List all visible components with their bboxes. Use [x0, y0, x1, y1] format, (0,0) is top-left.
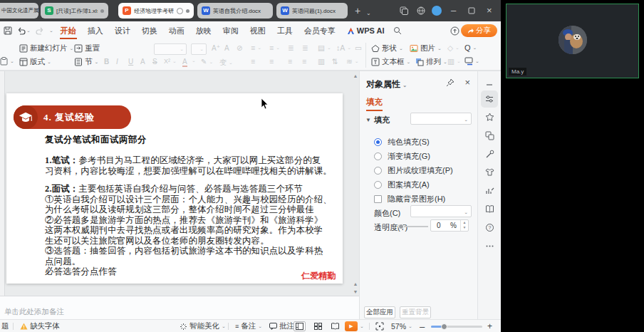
tab-home[interactable]: 开始 [55, 22, 82, 40]
tab-doc-5[interactable]: W 英语问题(1).docx [276, 3, 348, 19]
clear-format-icon[interactable]: ⊘ [237, 44, 242, 52]
fill-tab[interactable]: 填充 [366, 97, 383, 111]
align-justify-icon[interactable]: ≡ [302, 57, 306, 66]
tab-list-chevron-icon[interactable]: ⌄ [366, 8, 371, 19]
radio-solid-fill[interactable]: 纯色填充(S) [374, 137, 430, 147]
missing-font-warning[interactable]: 缺失字体 [20, 320, 60, 332]
tab-insert[interactable]: 插入 [82, 22, 109, 40]
radio-pattern-fill[interactable]: 图案填充(A) [374, 180, 430, 190]
tab-tools[interactable]: 工具 [271, 22, 298, 40]
notes-area[interactable]: 单击此处添加备注 [0, 296, 359, 319]
strikethrough-button[interactable]: S [152, 58, 157, 66]
shapes-rail-icon[interactable] [481, 127, 498, 144]
user-avatar[interactable] [432, 6, 442, 16]
font-size-select[interactable]: ⌄ [191, 43, 207, 55]
zoom-in-button[interactable]: + [487, 320, 492, 332]
opacity-spinner[interactable]: ▲▼ [460, 220, 468, 231]
char-shadow-button[interactable]: A [140, 58, 145, 66]
scroll-down-icon[interactable]: ▲ [352, 281, 359, 286]
globe-icon[interactable] [417, 6, 425, 15]
save-icon[interactable] [4, 26, 12, 35]
tab-doc-3-active[interactable]: P 经济地理学考研经验分享 [118, 3, 194, 19]
highlight-button[interactable]: ✎⌄ [201, 58, 213, 66]
checkbox-hide-background[interactable]: 隐藏背景图形(H) [374, 194, 445, 204]
picture-button[interactable]: 图片⌄ [410, 43, 442, 53]
arrange-button[interactable]: 排列⌄ [415, 57, 447, 67]
video-call-panel[interactable]: Ma.y [506, 4, 639, 78]
shrink-font-button[interactable]: A [224, 44, 229, 52]
numbering-button[interactable]: ≡⌄ [269, 43, 280, 52]
tab-doc-2[interactable]: S [只读]工作簿1.xlsx [41, 3, 108, 19]
bullets-button[interactable]: ≡⌄ [251, 43, 261, 52]
text-frame-icon[interactable]: ▭ [355, 43, 362, 52]
section-button[interactable]: 节⌄ [74, 57, 98, 67]
fill-color-button[interactable]: ◇⌄ [447, 43, 459, 52]
fill-style-select[interactable]: ⌄ [410, 113, 472, 125]
star-rail-icon[interactable] [481, 108, 498, 125]
apply-all-button[interactable]: 全部应用 [364, 306, 395, 318]
superscript-button[interactable]: X²⌄ [164, 58, 177, 65]
find-button[interactable]: Q⌄ [464, 43, 477, 52]
font-color-button[interactable]: A [182, 58, 187, 67]
paste-button[interactable]: ⌄ [0, 57, 14, 66]
redo-button[interactable] [36, 27, 44, 35]
maximize-button[interactable] [468, 7, 475, 14]
color-select[interactable]: ⌄ [410, 205, 472, 217]
slide[interactable]: 4. 复试经验 复试分笔试和面试两部分 1.笔试：参考书目为马工程的区域经济学，… [6, 93, 343, 284]
layout-switch-icon[interactable] [400, 6, 408, 15]
tab-transition[interactable]: 切换 [136, 22, 163, 40]
new-tab-button[interactable]: + [355, 5, 360, 16]
textbox-button[interactable]: 文本框⌄ [371, 57, 410, 67]
chart-rail-icon[interactable] [481, 182, 498, 199]
select-pane-button[interactable]: ⌄ [464, 57, 479, 66]
smart-beautify-button[interactable]: 智能美化⌄ [180, 320, 226, 332]
tab-doc-4[interactable]: W 英语自我介绍.docx [197, 3, 273, 19]
zoom-out-button[interactable]: – [420, 320, 425, 332]
opacity-input[interactable]: 0 % ▲▼ [430, 219, 469, 232]
slide-sorter-view-button[interactable] [312, 321, 324, 331]
scroll-down2-icon[interactable]: ▼ [352, 289, 359, 294]
normal-view-button[interactable] [294, 321, 306, 331]
more-rail-icon[interactable] [481, 237, 498, 254]
align-left-icon[interactable]: ≡ [251, 57, 255, 66]
align-right-icon[interactable]: ≡ [288, 57, 292, 66]
tab-wps-ai[interactable]: WPS AI [341, 26, 390, 35]
tab-doc-1[interactable]: 中国文化遗产展览策划3 [0, 3, 38, 19]
help-rail-icon[interactable]: ? [481, 219, 498, 236]
line-spacing-button[interactable]: ↕A⌄ [336, 43, 351, 52]
scroll-up-icon[interactable]: ▲ [352, 73, 359, 78]
minimize-button[interactable]: – [451, 5, 456, 16]
share-button[interactable]: 分享 [461, 24, 497, 37]
book-rail-icon[interactable] [481, 200, 498, 217]
tab-animation[interactable]: 动画 [163, 22, 190, 40]
font-color-chevron-icon[interactable]: ⌄ [192, 58, 196, 63]
slide-body[interactable]: 1.笔试：参考书目为马工程的区域经济学，大家可以网上买这部分的复 习资料，内容比… [45, 155, 343, 277]
align-center-icon[interactable]: ≡ [269, 57, 274, 66]
zoom-slider-knob[interactable] [441, 323, 447, 330]
shapes-button[interactable]: 形状⌄ [371, 43, 403, 53]
reset-button[interactable]: 重置 [74, 43, 100, 53]
notes-toggle-button[interactable]: ≡备注⌄ [235, 320, 262, 332]
canvas-vertical-scrollbar[interactable]: ▲ ▲ ▼ [352, 71, 359, 296]
opacity-slider-knob[interactable] [398, 224, 404, 229]
section-collapse-icon[interactable]: ▼ [365, 117, 371, 123]
zoom-level[interactable]: 57%⌄ [391, 320, 412, 332]
panel-close-icon[interactable]: × [464, 77, 470, 88]
slideshow-play-button[interactable]: ▶ [345, 321, 358, 331]
indent-decrease-icon[interactable]: ≣ [288, 43, 294, 52]
tab-view[interactable]: 视图 [244, 22, 271, 40]
undo-button[interactable]: ⌄ [17, 27, 31, 35]
tab-membership[interactable]: 会员专享 [298, 22, 341, 40]
align-top-icon[interactable]: ⇅ [332, 57, 338, 66]
slide-size-button[interactable]: ▥⌄ [447, 57, 461, 66]
skin-rail-icon[interactable] [481, 163, 498, 180]
grow-font-button[interactable]: A⁺ [212, 44, 220, 52]
quickbar-more-chevron-icon[interactable]: ⌄ [49, 28, 53, 33]
new-slide-button[interactable]: 新建幻灯片⌄ [19, 43, 73, 53]
tab-review[interactable]: 审阅 [217, 22, 244, 40]
tab-design[interactable]: 设计 [109, 22, 136, 40]
layout-button[interactable]: 版式⌄ [19, 57, 51, 67]
tab-slideshow[interactable]: 放映 [190, 22, 217, 40]
radio-picture-fill[interactable]: 图片或纹理填充(P) [374, 165, 453, 175]
bold-button[interactable]: B [104, 58, 109, 66]
